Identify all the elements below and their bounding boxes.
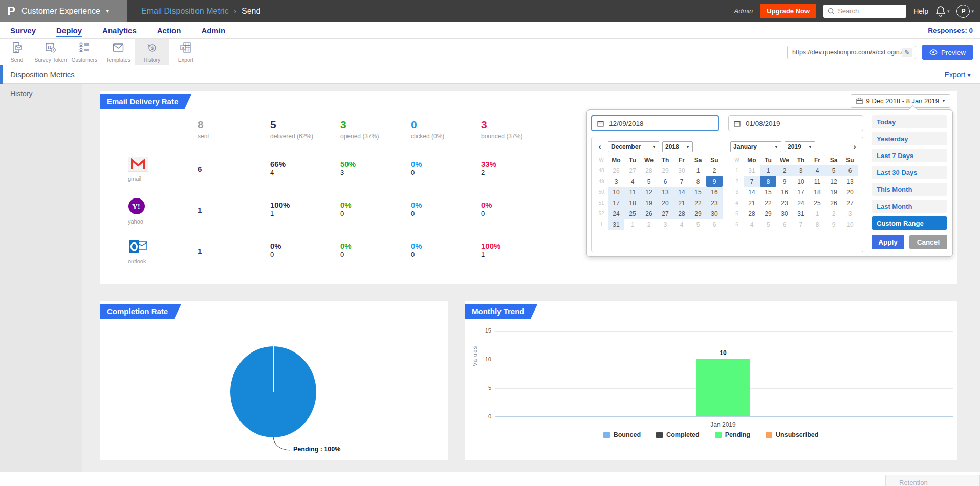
calendar-day[interactable]: 18 (624, 197, 641, 208)
calendar-day[interactable]: 6 (657, 176, 673, 187)
calendar-day[interactable]: 29 (760, 208, 776, 219)
start-date-input[interactable]: 12/09/2018 (591, 115, 719, 131)
apply-button[interactable]: Apply (872, 235, 904, 249)
calendar-day[interactable]: 30 (706, 208, 723, 219)
quick-range-yesterday[interactable]: Yesterday (872, 132, 947, 145)
calendar-day[interactable]: 24 (793, 197, 809, 208)
calendar-day[interactable]: 29 (690, 208, 706, 219)
toolbar-item-customers[interactable]: Customers (68, 39, 101, 65)
calendar-day[interactable]: 23 (776, 197, 793, 208)
quick-range-last-30-days[interactable]: Last 30 Days (872, 166, 947, 179)
month-select[interactable]: January▼ (730, 141, 781, 152)
legend-item-bounced[interactable]: Bounced (603, 431, 641, 438)
calendar-day[interactable]: 16 (776, 187, 793, 197)
calendar-day[interactable]: 31 (793, 208, 809, 219)
calendar-day[interactable]: 21 (673, 197, 690, 208)
calendar-day[interactable]: 17 (793, 187, 809, 197)
calendar-day[interactable]: 19 (641, 197, 657, 208)
calendar-day[interactable]: 28 (641, 165, 657, 176)
calendar-day[interactable]: 31 (608, 219, 624, 230)
month-select[interactable]: December▼ (608, 141, 659, 152)
calendar-day[interactable]: 14 (744, 187, 760, 197)
nav-item-action[interactable]: Action (157, 26, 181, 35)
calendar-day[interactable]: 15 (760, 187, 776, 197)
calendar-day[interactable]: 13 (657, 187, 673, 197)
toolbar-item-history[interactable]: $History (135, 39, 169, 65)
calendar-day[interactable]: 23 (706, 197, 723, 208)
end-date-input[interactable]: 01/08/2019 (728, 115, 863, 131)
preview-button[interactable]: Preview (922, 45, 973, 60)
calendar-day[interactable]: 10 (793, 176, 809, 187)
calendar-day[interactable]: 1 (760, 165, 776, 176)
toolbar-item-templates[interactable]: Templates (101, 39, 135, 65)
calendar-day[interactable]: 30 (776, 208, 793, 219)
calendar-day[interactable]: 9 (776, 176, 793, 187)
calendar-day[interactable]: 10 (842, 219, 858, 230)
calendar-day[interactable]: 27 (624, 165, 641, 176)
toolbar-item-send[interactable]: Send (0, 39, 34, 65)
calendar-day[interactable]: 26 (825, 197, 842, 208)
quick-range-last-7-days[interactable]: Last 7 Days (872, 149, 947, 162)
calendar-day[interactable]: 1 (624, 219, 641, 230)
calendar-day[interactable]: 6 (706, 219, 723, 230)
calendar-day[interactable]: 30 (673, 165, 690, 176)
calendar-day[interactable]: 28 (673, 208, 690, 219)
survey-url-input[interactable]: https://dev.questionpro.com/a/cxLogin.d … (787, 46, 916, 59)
cancel-button[interactable]: Cancel (909, 235, 947, 249)
calendar-day[interactable]: 27 (657, 208, 673, 219)
nav-item-analytics[interactable]: Analytics (102, 26, 137, 35)
calendar-day[interactable]: 2 (776, 165, 793, 176)
quick-range-today[interactable]: Today (872, 115, 947, 128)
calendar-day[interactable]: 22 (760, 197, 776, 208)
calendar-day[interactable]: 2 (825, 208, 842, 219)
calendar-day[interactable]: 29 (657, 165, 673, 176)
nav-item-deploy[interactable]: Deploy (56, 26, 82, 35)
calendar-day[interactable]: 27 (842, 197, 858, 208)
notifications-button[interactable]: ▾ (935, 6, 950, 17)
bar-pending[interactable] (696, 359, 750, 416)
calendar-day[interactable]: 3 (842, 208, 858, 219)
calendar-day[interactable]: 20 (842, 187, 858, 197)
calendar-day[interactable]: 19 (825, 187, 842, 197)
breadcrumb-survey-link[interactable]: Email Disposition Metric (141, 7, 229, 16)
calendar-day[interactable]: 4 (673, 219, 690, 230)
calendar-day[interactable]: 3 (657, 219, 673, 230)
edit-pencil-icon[interactable]: ✎ (902, 48, 912, 57)
quick-range-this-month[interactable]: This Month (872, 183, 947, 196)
calendar-day[interactable]: 7 (793, 219, 809, 230)
disposition-metrics-bar[interactable]: Disposition Metrics Export ▾ (0, 65, 980, 84)
calendar-day[interactable]: 4 (809, 165, 825, 176)
calendar-day[interactable]: 5 (825, 165, 842, 176)
calendar-day[interactable]: 11 (624, 187, 641, 197)
prev-month-arrow-icon[interactable]: ‹ (595, 142, 605, 152)
year-select[interactable]: 2019▼ (785, 141, 815, 152)
search-input[interactable]: Search (823, 5, 906, 18)
calendar-day[interactable]: 5 (641, 176, 657, 187)
calendar-day[interactable]: 15 (690, 187, 706, 197)
calendar-day[interactable]: 3 (608, 176, 624, 187)
calendar-day[interactable]: 12 (641, 187, 657, 197)
calendar-day[interactable]: 21 (744, 197, 760, 208)
calendar-day[interactable]: 26 (608, 165, 624, 176)
calendar-day[interactable]: 20 (657, 197, 673, 208)
completion-pie-chart[interactable] (222, 337, 324, 447)
calendar-day[interactable]: 1 (809, 208, 825, 219)
calendar-day[interactable]: 10 (608, 187, 624, 197)
product-switcher[interactable]: P Customer Experience ▾ (0, 0, 127, 22)
retention-popup-partial[interactable]: Retention (885, 475, 980, 486)
calendar-day[interactable]: 2 (641, 219, 657, 230)
calendar-day[interactable]: 4 (744, 219, 760, 230)
toolbar-item-survey-token[interactable]: 31Survey Token (34, 39, 68, 65)
calendar-day[interactable]: 14 (673, 187, 690, 197)
calendar-day[interactable]: 8 (809, 219, 825, 230)
calendar-day[interactable]: 12 (825, 176, 842, 187)
help-link[interactable]: Help (913, 7, 928, 15)
legend-item-unsubscribed[interactable]: Unsubscribed (766, 431, 818, 438)
account-menu[interactable]: P ▾ (956, 5, 974, 18)
next-month-arrow-icon[interactable]: › (850, 142, 860, 152)
calendar-day[interactable]: 24 (608, 208, 624, 219)
calendar-day[interactable]: 25 (809, 197, 825, 208)
toolbar-item-export[interactable]: XExport (169, 39, 203, 65)
calendar-day[interactable]: 25 (624, 208, 641, 219)
date-range-button[interactable]: 9 Dec 2018 - 8 Jan 2019 ▾ (851, 94, 950, 108)
